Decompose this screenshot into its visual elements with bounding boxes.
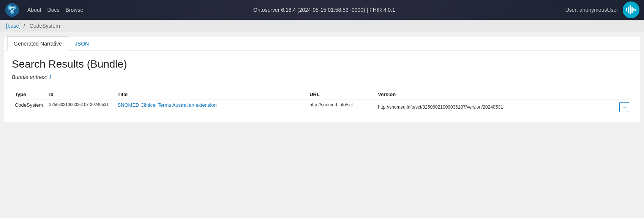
svg-rect-10 <box>630 5 631 14</box>
user-label: User: anonymousUser <box>565 7 618 13</box>
results-table: Type Id Title URL Version CodeSystem3250… <box>12 89 632 114</box>
content-area: Search Results (Bundle) Bundle entries: … <box>4 51 640 122</box>
cell-url: http://snomed.info/sct <box>306 100 375 115</box>
tab-generated-narrative[interactable]: Generated Narrative <box>7 36 68 51</box>
main-nav: About Docs Browse <box>27 7 83 13</box>
ontoserver-logo-icon <box>5 2 20 17</box>
nav-docs[interactable]: Docs <box>47 7 60 13</box>
cell-version: http://snomed.info/sct/32506021000036107… <box>375 100 632 114</box>
svg-rect-13 <box>635 9 636 11</box>
breadcrumb-base-link[interactable]: [base] <box>6 23 21 29</box>
cell-id: 32506021000036107-20240531 <box>46 100 114 115</box>
col-header-url: URL <box>306 89 375 100</box>
col-header-version: Version <box>375 89 632 100</box>
svg-rect-12 <box>633 8 635 11</box>
navigate-button[interactable]: → <box>619 102 629 112</box>
logo-area <box>5 2 20 17</box>
bundle-entries-label: Bundle entries: <box>12 74 47 80</box>
table-row: CodeSystem32506021000036107-20240531SNOM… <box>12 100 632 115</box>
app-header: About Docs Browse Ontoserver 6.18.4 (202… <box>0 0 644 20</box>
svg-rect-8 <box>626 8 627 11</box>
col-header-id: Id <box>46 89 114 100</box>
tab-bar: Generated Narrative JSON <box>4 36 640 51</box>
page-title: Search Results (Bundle) <box>12 58 632 70</box>
breadcrumb: [base] / CodeSystem <box>0 20 644 32</box>
col-header-title: Title <box>114 89 306 100</box>
table-header-row: Type Id Title URL Version <box>12 89 632 100</box>
server-info: Ontoserver 6.18.4 (2024-05-15 01:58:53+0… <box>83 7 565 13</box>
tab-json[interactable]: JSON <box>68 36 95 51</box>
svg-point-0 <box>5 3 19 17</box>
nav-browse[interactable]: Browse <box>66 7 84 13</box>
col-header-type: Type <box>12 89 46 100</box>
csiro-logo-icon <box>623 2 639 18</box>
breadcrumb-separator: / <box>24 23 25 29</box>
breadcrumb-current: CodeSystem <box>30 23 60 29</box>
nav-about[interactable]: About <box>27 7 41 13</box>
version-text: http://snomed.info/sct/32506021000036107… <box>378 104 503 110</box>
bundle-entries-count-link[interactable]: 1 <box>49 74 52 80</box>
cell-title: SNOMED Clinical Terms Australian extensi… <box>114 100 306 115</box>
svg-rect-11 <box>631 7 633 13</box>
svg-point-7 <box>623 2 639 18</box>
main-panel: Generated Narrative JSON Search Results … <box>4 36 640 122</box>
bundle-entries-info: Bundle entries: 1 <box>12 74 632 80</box>
svg-rect-9 <box>628 7 629 13</box>
title-link[interactable]: SNOMED Clinical Terms Australian extensi… <box>117 102 216 108</box>
cell-type: CodeSystem <box>12 100 46 115</box>
